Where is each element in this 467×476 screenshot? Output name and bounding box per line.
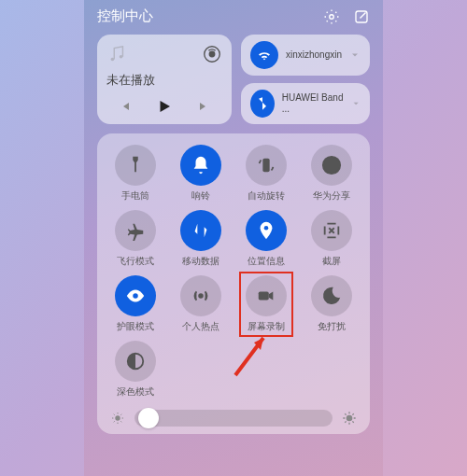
svg-point-10	[264, 226, 269, 231]
svg-point-11	[133, 293, 138, 299]
svg-rect-13	[259, 291, 269, 300]
next-icon[interactable]	[196, 99, 211, 114]
brightness-thumb[interactable]	[138, 408, 159, 428]
gear-icon[interactable]	[323, 8, 340, 25]
tile-screenrecord[interactable]: 屏幕录制	[235, 275, 297, 333]
music-icon	[106, 44, 127, 64]
svg-point-16	[347, 415, 353, 422]
bluetooth-icon	[250, 90, 275, 118]
svg-point-0	[330, 14, 334, 19]
tile-screenshot[interactable]: 截屏	[301, 210, 362, 268]
wifi-icon	[250, 41, 278, 69]
tile-hotspot[interactable]: 个人热点	[170, 275, 232, 333]
brightness-low-icon	[110, 411, 125, 426]
cast-icon[interactable]	[202, 44, 222, 64]
wifi-name: xinxizhongxin	[286, 49, 342, 61]
media-card[interactable]: 未在播放	[97, 35, 232, 124]
title: 控制中心	[97, 7, 153, 25]
brightness-high-icon	[342, 411, 357, 426]
tile-share[interactable]: 华为分享	[301, 145, 362, 203]
tile-dnd[interactable]: 免打扰	[301, 275, 362, 333]
svg-rect-6	[262, 159, 269, 173]
tile-autorotate[interactable]: 自动旋转	[235, 145, 297, 203]
wifi-card[interactable]: xinxizhongxin	[241, 35, 370, 76]
brightness-slider[interactable]	[105, 410, 362, 427]
media-status: 未在播放	[106, 72, 222, 89]
quick-toggles-panel: 手电筒 响铃 自动旋转 华为分享 飞行模式 移动数据 位置信息 截屏 护眼模式 …	[97, 133, 370, 434]
edit-icon[interactable]	[353, 8, 370, 25]
bt-name: HUAWEI Band ...	[282, 92, 344, 115]
control-center-header: 控制中心	[97, 7, 370, 25]
svg-point-2	[111, 58, 115, 62]
chevron-down-icon	[351, 98, 361, 109]
svg-point-9	[323, 157, 340, 174]
tile-location[interactable]: 位置信息	[235, 210, 297, 268]
bluetooth-card[interactable]: HUAWEI Band ...	[241, 83, 370, 124]
svg-point-3	[120, 55, 123, 59]
prev-icon[interactable]	[118, 99, 133, 114]
tile-mobiledata[interactable]: 移动数据	[170, 210, 232, 268]
play-icon[interactable]	[156, 98, 173, 115]
tile-airplane[interactable]: 飞行模式	[105, 210, 166, 268]
tile-darkmode[interactable]: 深色模式	[105, 341, 166, 399]
svg-point-15	[115, 415, 120, 420]
chevron-down-icon	[349, 49, 361, 61]
brightness-track[interactable]	[134, 410, 333, 427]
tile-flashlight[interactable]: 手电筒	[105, 145, 166, 203]
tile-eyecomfort[interactable]: 护眼模式	[105, 275, 166, 333]
svg-point-12	[199, 294, 203, 298]
tile-ringer[interactable]: 响铃	[170, 145, 232, 203]
svg-point-5	[209, 51, 215, 57]
